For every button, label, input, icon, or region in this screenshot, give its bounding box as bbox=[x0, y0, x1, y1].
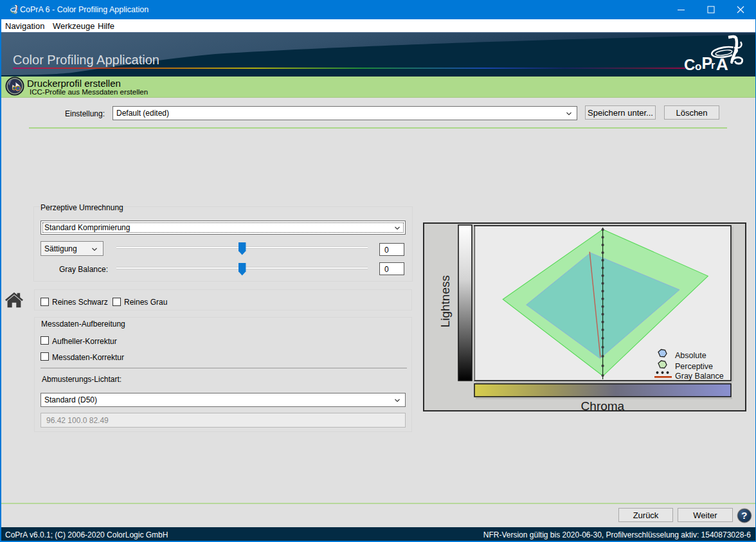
svg-text:Color Profiling Application: Color Profiling Application bbox=[13, 53, 159, 67]
svg-text:Perceptive: Perceptive bbox=[675, 362, 713, 371]
svg-text:?: ? bbox=[741, 510, 747, 521]
svg-text:Chroma: Chroma bbox=[581, 399, 625, 412]
svg-text:Gray Balance: Gray Balance bbox=[675, 372, 724, 381]
svg-text:o: o bbox=[695, 60, 701, 73]
svg-text:C: C bbox=[684, 56, 695, 73]
svg-text:Lightness: Lightness bbox=[438, 275, 452, 327]
svg-text:r: r bbox=[711, 60, 715, 71]
svg-text:Absolute: Absolute bbox=[675, 351, 706, 360]
